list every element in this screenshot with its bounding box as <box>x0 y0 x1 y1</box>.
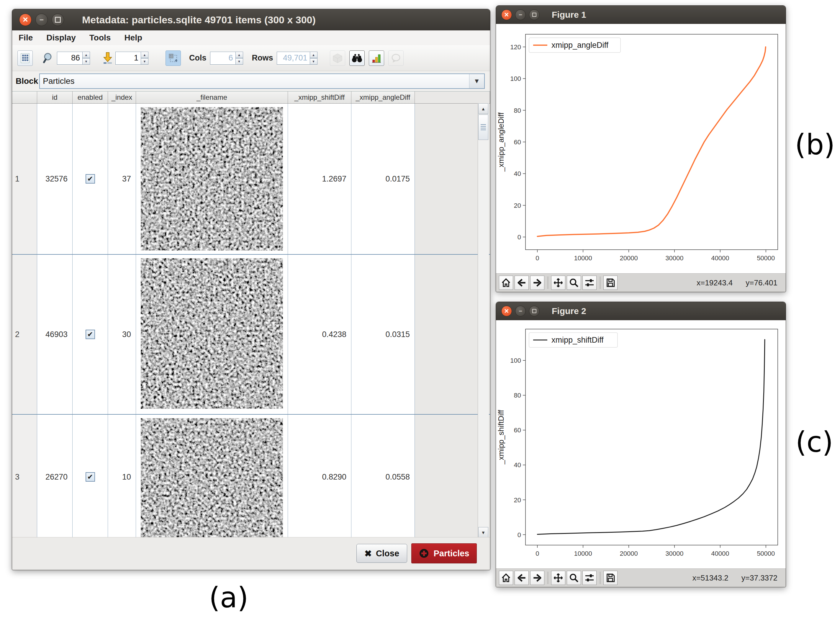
header-id[interactable]: id <box>37 92 73 103</box>
svg-text:_xmipp_shiftDiff: _xmipp_shiftDiff <box>497 410 505 465</box>
goto-down-icon[interactable]: ▼ <box>141 58 148 65</box>
combo-dropdown-icon[interactable]: ▼ <box>469 74 484 88</box>
forward-button[interactable] <box>530 276 545 290</box>
zoom-down-icon[interactable]: ▼ <box>82 58 90 65</box>
table-row[interactable]: 2 46903 ✔ 30 0.4238 0.0315 <box>12 255 490 414</box>
status-y: y=37.3372 <box>742 573 778 582</box>
block-combobox[interactable]: Particles ▼ <box>39 73 485 89</box>
zoom-input[interactable] <box>57 52 82 65</box>
figure1-plot: 0100002000030000400005000002040608010012… <box>496 24 786 273</box>
menu-help[interactable]: Help <box>124 33 142 43</box>
enabled-checkbox[interactable]: ✔ <box>86 472 95 482</box>
gallery-mode-button[interactable] <box>18 51 33 66</box>
scrollbar-thumb[interactable] <box>478 114 488 140</box>
goto-up-icon[interactable]: ▲ <box>141 52 148 58</box>
minimize-window-icon[interactable]: − <box>515 9 526 20</box>
header-anglediff[interactable]: _xmipp_angleDiff <box>352 92 415 103</box>
header-filename[interactable]: _filename <box>136 92 288 103</box>
grid-icon <box>21 53 30 63</box>
zoom-rect-button[interactable] <box>567 571 581 585</box>
back-button[interactable] <box>515 276 529 290</box>
resize-dimensions-button[interactable] <box>166 51 181 66</box>
menu-display[interactable]: Display <box>46 33 76 43</box>
save-button[interactable] <box>603 276 617 290</box>
block-selected-value: Particles <box>40 76 469 86</box>
cell-filename[interactable] <box>136 414 288 538</box>
home-button[interactable] <box>499 571 513 585</box>
goto-spinner[interactable]: ▲▼ <box>115 51 148 65</box>
scroll-down-icon[interactable]: ▼ <box>478 527 488 538</box>
scroll-up-icon[interactable]: ▲ <box>478 103 488 114</box>
forward-button[interactable] <box>530 571 545 585</box>
svg-text:50000: 50000 <box>757 254 775 262</box>
particles-button[interactable]: Particles <box>411 543 477 563</box>
svg-text:40000: 40000 <box>711 550 729 557</box>
plot-button[interactable] <box>369 51 384 66</box>
recalculate-button <box>388 51 404 66</box>
svg-text:60: 60 <box>514 426 521 434</box>
figure2-titlebar[interactable]: ✕ − Figure 2 <box>496 302 786 321</box>
configure-subplots-button[interactable] <box>582 276 597 290</box>
metadata-titlebar[interactable]: ✕ − Metadata: particles.sqlite 49701 ite… <box>12 9 490 31</box>
menu-file[interactable]: File <box>19 33 33 43</box>
figure1-titlebar[interactable]: ✕ − Figure 1 <box>496 6 786 24</box>
zoom-spinner[interactable]: ▲▼ <box>57 51 90 65</box>
vertical-scrollbar[interactable]: ▲ ▼ <box>478 103 489 538</box>
close-button-label: Close <box>376 549 399 559</box>
close-button[interactable]: ✖ Close <box>356 544 407 563</box>
save-button[interactable] <box>603 571 617 585</box>
close-window-icon[interactable]: ✕ <box>501 9 512 20</box>
header-index[interactable]: _index <box>108 92 136 103</box>
enabled-checkbox[interactable]: ✔ <box>86 330 95 339</box>
toolbar-separator <box>600 572 600 584</box>
maximize-window-icon[interactable] <box>529 9 540 20</box>
header-filler <box>415 92 490 103</box>
home-button[interactable] <box>499 276 513 290</box>
forward-arrow-icon <box>532 278 542 288</box>
home-icon <box>501 573 511 583</box>
header-shiftdiff[interactable]: _xmipp_shiftDiff <box>288 92 352 103</box>
header-rownum <box>12 92 37 103</box>
figure1-title: Figure 1 <box>552 10 586 20</box>
enabled-checkbox[interactable]: ✔ <box>86 174 95 184</box>
maximize-window-icon[interactable] <box>52 13 64 26</box>
menu-tools[interactable]: Tools <box>89 33 111 43</box>
back-button[interactable] <box>515 571 529 585</box>
row-number: 3 <box>12 414 37 538</box>
close-window-icon[interactable]: ✕ <box>19 13 31 26</box>
configure-subplots-button[interactable] <box>582 571 597 585</box>
rows-input <box>277 52 310 65</box>
svg-text:xmipp_shiftDiff: xmipp_shiftDiff <box>551 336 604 345</box>
table-row[interactable]: 3 26270 ✔ 10 0.8290 0.0558 <box>12 414 490 538</box>
zoom-up-icon[interactable]: ▲ <box>82 52 90 58</box>
forward-arrow-icon <box>532 573 542 583</box>
cell-id: 26270 <box>37 414 73 538</box>
svg-text:50000: 50000 <box>757 550 775 557</box>
bar-chart-icon <box>371 53 382 64</box>
cols-down-icon: ▼ <box>236 58 243 65</box>
maximize-window-icon[interactable] <box>529 306 540 316</box>
minimize-window-icon[interactable]: − <box>515 306 526 316</box>
table-row[interactable]: 1 32576 ✔ 37 1.2697 0.0175 <box>12 104 490 255</box>
svg-text:40000: 40000 <box>711 254 729 262</box>
goto-input[interactable] <box>115 52 141 65</box>
svg-text:20000: 20000 <box>620 254 638 262</box>
search-button[interactable] <box>349 51 365 66</box>
header-enabled[interactable]: enabled <box>73 92 108 103</box>
zoom-rect-button[interactable] <box>567 276 581 290</box>
pan-icon <box>553 573 563 583</box>
minimize-window-icon[interactable]: − <box>36 13 48 26</box>
figure2-toolbar: x=51343.2 y=37.3372 <box>496 568 786 587</box>
cols-input <box>210 52 236 65</box>
cell-shiftdiff: 0.8290 <box>288 414 352 538</box>
figure2-title: Figure 2 <box>552 306 586 316</box>
pan-icon <box>553 278 563 288</box>
cell-anglediff: 0.0315 <box>352 255 415 414</box>
pan-button[interactable] <box>551 276 565 290</box>
panel-label-a: (a) <box>209 581 248 614</box>
cell-filename[interactable] <box>136 255 288 414</box>
cursor-status: x=19243.4 y=76.401 <box>697 278 778 287</box>
pan-button[interactable] <box>551 571 565 585</box>
cell-filename[interactable] <box>136 104 288 254</box>
close-window-icon[interactable]: ✕ <box>501 306 512 316</box>
